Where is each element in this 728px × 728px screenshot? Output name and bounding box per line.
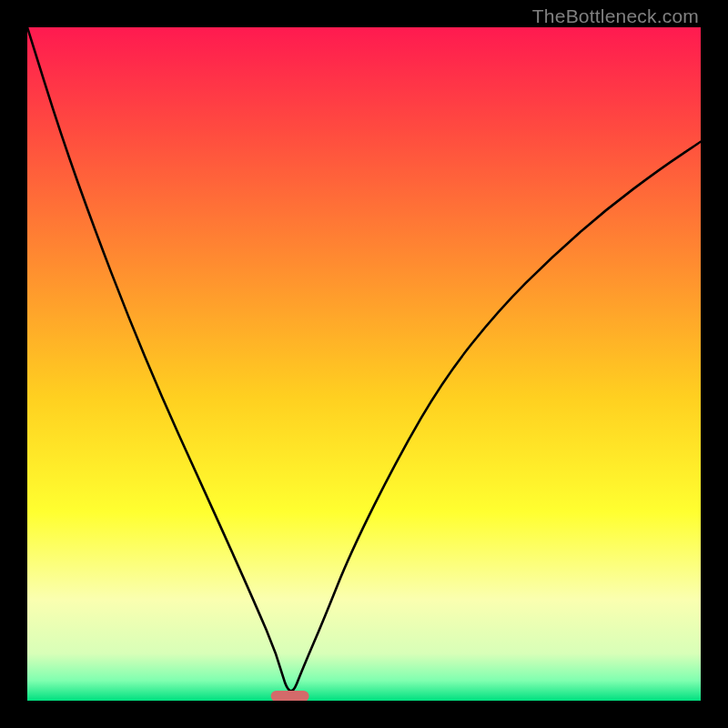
- bottleneck-marker: [271, 691, 309, 701]
- chart-svg: [27, 27, 701, 701]
- watermark-text: TheBottleneck.com: [532, 5, 699, 27]
- chart-frame: TheBottleneck.com: [0, 0, 728, 728]
- gradient-background: [27, 27, 701, 701]
- plot-area: [27, 27, 701, 701]
